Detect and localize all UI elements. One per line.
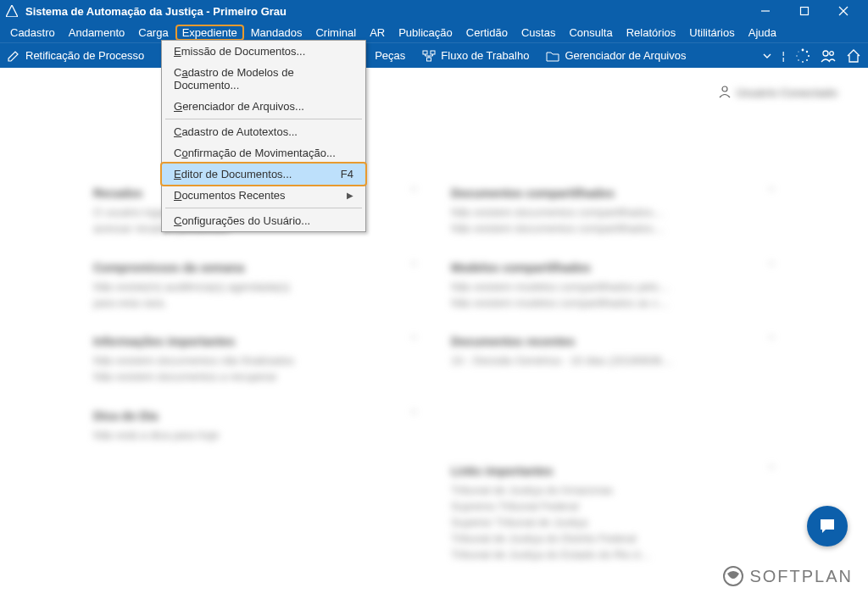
panel-title: Recados — [93, 186, 142, 200]
toolbar-pecas[interactable]: Peças — [375, 49, 405, 62]
workflow-icon — [422, 49, 436, 63]
dropdown-item-label: Emissão de Documentos... — [174, 45, 305, 58]
dropdown-item-shortcut: F4 — [341, 168, 353, 180]
menu-item-relatórios[interactable]: Relatórios — [620, 25, 683, 41]
panel-title: Informações importantes — [93, 335, 235, 348]
dropdown-item-configura-es-do-usu-rio-[interactable]: Configurações do Usuário... — [162, 210, 365, 231]
home-icon[interactable] — [846, 48, 861, 64]
panel-line: Não existem documentos não finalizados — [93, 353, 417, 369]
menu-item-custas[interactable]: Custas — [515, 25, 562, 41]
panel-title: Documentos recentes — [451, 335, 575, 348]
menu-item-expediente[interactable]: Expediente — [175, 25, 244, 41]
panel-line: Não existem documentos a recuperar — [93, 369, 417, 385]
collapse-icon: ⌃ — [768, 335, 775, 348]
chat-button[interactable] — [807, 506, 848, 546]
panel-title: Compromissos da semana — [93, 261, 244, 275]
collapse-icon: ⌃ — [410, 186, 417, 200]
svg-point-15 — [823, 51, 828, 56]
expediente-dropdown: Emissão de Documentos...Cadastro de Mode… — [161, 40, 366, 232]
panel-line: Não existem documentos compartilhados… — [451, 205, 775, 221]
panel-line: Não existem documentos compartilhados… — [451, 221, 775, 237]
svg-rect-5 — [431, 51, 435, 54]
menu-item-consulta[interactable]: Consulta — [562, 25, 619, 41]
dropdown-item-confirma-o-de-movimenta-o-[interactable]: Confirmação de Movimentação... — [162, 142, 365, 164]
svg-point-16 — [830, 51, 834, 55]
panel-line: Supremo Tribunal Federal — [451, 499, 775, 515]
window-title: Sistema de Automação da Justiça - Primei… — [25, 5, 287, 18]
dropdown-item-cadastro-de-modelos-de-documento-[interactable]: Cadastro de Modelos de Documento... — [162, 62, 365, 96]
dropdown-item-cadastro-de-autotextos-[interactable]: Cadastro de Autotextos... — [162, 121, 365, 142]
dropdown-item-label: Configurações do Usuário... — [174, 214, 310, 227]
maximize-button[interactable] — [785, 0, 824, 22]
panel-blurred: Documentos recentes⌃10 - Decisão Genéric… — [451, 335, 775, 369]
panel-blurred: Dica do Dia⌃Não está a dica para hoje — [93, 409, 417, 444]
dropdown-item-label: Documentos Recentes — [174, 189, 286, 202]
toolbar-retificacao[interactable]: Retificação de Processo — [7, 49, 144, 63]
panel-line: Tribunal de Justiça do Distrito Federal — [451, 531, 775, 547]
panel-title: Documentos compartilhados — [451, 186, 615, 200]
panel-blurred: Informações importantes⌃Não existem docu… — [93, 335, 417, 385]
main-content: Recados⌃O usuário logado não possuiacess… — [0, 68, 868, 586]
panel-blurred: Modelos compartilhados⌃Não existem model… — [451, 261, 775, 312]
menu-item-publicação[interactable]: Publicação — [392, 25, 459, 41]
collapse-icon: ⌃ — [410, 409, 417, 423]
menu-item-cadastro[interactable]: Cadastro — [3, 25, 62, 41]
menu-item-certidão[interactable]: Certidão — [459, 25, 515, 41]
panel-line: Tribunal de Justiça do Estado do Rio d… — [451, 547, 775, 563]
collapse-icon: ⌃ — [768, 464, 775, 478]
toolbar-fluxo-label: Fluxo de Trabalho — [441, 49, 529, 62]
panel-line: Não existem modelos compartilhados as c… — [451, 296, 775, 312]
panel-title: Modelos compartilhados — [451, 261, 591, 275]
menu-item-mandados[interactable]: Mandados — [244, 25, 309, 41]
menu-item-ajuda[interactable]: Ajuda — [742, 25, 783, 41]
svg-point-8 — [806, 50, 808, 52]
panel-blurred: Links importantes⌃Tribunal de Justiça do… — [451, 464, 775, 563]
close-button[interactable] — [824, 0, 863, 22]
menu-item-ar[interactable]: AR — [363, 25, 392, 41]
users-icon[interactable] — [821, 48, 836, 64]
svg-point-9 — [808, 54, 810, 56]
menu-separator — [165, 119, 362, 119]
collapse-icon: ⌃ — [410, 335, 417, 348]
panel-line: 10 - Decisão Genérica - 10 dias (2019083… — [451, 353, 775, 369]
dropdown-arrow-icon[interactable] — [762, 51, 772, 61]
panel-line: Não existe(m) audiência(s) agendada(s) — [93, 280, 417, 296]
panel-blurred: Compromissos da semana⌃Não existe(m) aud… — [93, 261, 417, 312]
menu-item-andamento[interactable]: Andamento — [62, 25, 132, 41]
minimize-button[interactable] — [746, 0, 785, 22]
dropdown-item-label: Cadastro de Autotextos... — [174, 125, 298, 138]
svg-point-7 — [802, 48, 804, 51]
menu-separator — [165, 208, 362, 208]
panel-title: Dica do Dia — [93, 409, 158, 423]
menu-item-criminal[interactable]: Criminal — [309, 25, 363, 41]
divider: ¦ — [782, 49, 785, 62]
softplan-logo: SOFTPLAN — [722, 565, 853, 587]
titlebar: Sistema de Automação da Justiça - Primei… — [0, 0, 868, 22]
svg-point-11 — [802, 61, 804, 63]
svg-point-14 — [798, 51, 798, 52]
dropdown-item-emiss-o-de-documentos-[interactable]: Emissão de Documentos... — [162, 41, 365, 62]
panel-line: Superior Tribunal de Justiça — [451, 515, 775, 531]
toolbar-fluxo[interactable]: Fluxo de Trabalho — [422, 49, 529, 63]
panel-blurred: Documentos compartilhados⌃Não existem do… — [451, 186, 775, 237]
dropdown-item-gerenciador-de-arquivos-[interactable]: Gerenciador de Arquivos... — [162, 96, 365, 117]
dropdown-item-label: Editor de Documentos... — [174, 168, 292, 180]
toolbar-retificacao-label: Retificação de Processo — [25, 49, 144, 62]
toolbar-gerenciador[interactable]: Gerenciador de Arquivos — [546, 49, 686, 63]
menu-item-utilitários[interactable]: Utilitários — [682, 25, 741, 41]
dropdown-item-label: Confirmação de Movimentação... — [174, 147, 336, 159]
menu-item-carga[interactable]: Carga — [131, 25, 175, 41]
svg-rect-1 — [801, 8, 809, 15]
svg-rect-6 — [427, 58, 431, 61]
loading-icon[interactable] — [795, 48, 810, 64]
toolbar-pecas-label: Peças — [375, 49, 405, 62]
dropdown-item-label: Cadastro de Modelos de Documento... — [174, 66, 353, 92]
collapse-icon: ⌃ — [768, 261, 775, 275]
dropdown-item-documentos-recentes[interactable]: Documentos Recentes▶ — [162, 185, 365, 206]
dropdown-item-editor-de-documentos-[interactable]: Editor de Documentos...F4 — [160, 162, 367, 186]
svg-point-12 — [798, 59, 799, 61]
dropdown-item-label: Gerenciador de Arquivos... — [174, 100, 304, 113]
edit-icon — [7, 49, 20, 63]
collapse-icon: ⌃ — [768, 186, 775, 200]
svg-rect-4 — [423, 51, 427, 54]
